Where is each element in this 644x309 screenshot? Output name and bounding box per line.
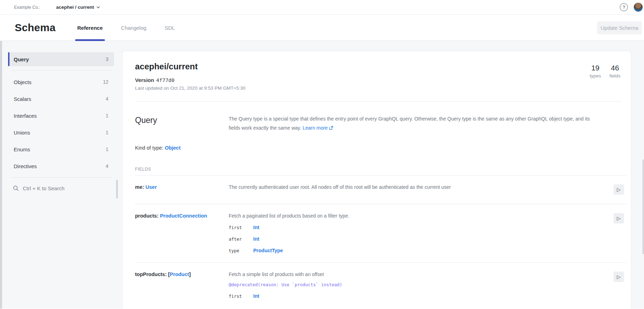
type-name: Query <box>135 116 229 132</box>
sidebar-item-label: Unions <box>14 130 30 136</box>
field-name-text: topProducts: <box>135 272 168 277</box>
sidebar-item-query[interactable]: Query 3 <box>9 52 114 66</box>
arg-row: after Int <box>229 236 611 242</box>
org-label: Example Co.: <box>14 5 40 10</box>
field-description: Fetch a paginated list of products based… <box>229 213 611 219</box>
field-description: The currently authenticated user root. A… <box>229 184 611 195</box>
field-name: products: ProductConnection <box>135 213 229 253</box>
search-placeholder: Ctrl + K to Search <box>23 185 65 191</box>
external-link-icon <box>329 126 333 130</box>
field-type-link[interactable]: User <box>146 184 157 190</box>
sidebar-divider <box>12 177 111 178</box>
last-updated: Last updated on Oct 21, 2020 at 9:53 PM … <box>135 85 621 91</box>
field-type-link[interactable]: ProductConnection <box>160 213 207 219</box>
field-row-top-products: topProducts: [Product] Fetch a simple li… <box>135 263 627 309</box>
field-description: Fetch a simple list of products with an … <box>229 272 611 277</box>
learn-more-link[interactable]: Learn more <box>303 125 328 131</box>
graph-summary: acephei/current Version4f77d0 Last updat… <box>122 51 631 102</box>
run-query-button[interactable]: ▷ <box>613 272 624 282</box>
kind-label: Kind of type: <box>135 145 165 151</box>
graph-title: acephei/current <box>135 62 621 71</box>
sidebar-item-scalars[interactable]: Scalars 4 <box>9 92 114 106</box>
main-scrollbar-thumb[interactable] <box>643 159 644 254</box>
stat-value: 19 <box>590 64 601 72</box>
header-tabs: Reference Changelog SDL <box>77 15 175 41</box>
arg-row: type ProductType <box>229 248 611 253</box>
sidebar-item-label: Objects <box>14 79 32 85</box>
sidebar-item-label: Enums <box>14 146 30 152</box>
stat-label: fields <box>609 73 620 78</box>
field-name: topProducts: [Product] <box>135 272 229 299</box>
type-description: The Query type is a special type that de… <box>229 114 611 132</box>
user-avatar[interactable] <box>633 2 643 12</box>
sidebar-item-count: 1 <box>106 146 108 152</box>
page-header: Schema Reference Changelog SDL Update Sc… <box>0 15 644 41</box>
schema-stats: 19 types 46 fields <box>590 64 620 78</box>
arg-name: type <box>229 248 253 253</box>
top-bar: Example Co.: acephei / current ? <box>0 0 644 15</box>
help-icon[interactable]: ? <box>620 3 628 11</box>
sidebar-scrollbar-thumb[interactable] <box>116 180 118 199</box>
arg-name: first <box>229 225 253 230</box>
sidebar-item-unions[interactable]: Unions 1 <box>9 125 114 139</box>
arg-type-link[interactable]: Int <box>253 293 259 299</box>
sidebar-item-count: 1 <box>106 130 108 135</box>
field-row-products: products: ProductConnection Fetch a pagi… <box>135 204 627 263</box>
type-section-query: Query The Query type is a special type t… <box>122 102 631 309</box>
sidebar-item-directives[interactable]: Directives 4 <box>9 159 114 173</box>
sidebar-item-count: 4 <box>106 96 108 102</box>
stat-types: 19 types <box>590 64 601 78</box>
search-input[interactable]: Ctrl + K to Search <box>9 182 114 191</box>
run-query-button[interactable]: ▷ <box>613 184 624 195</box>
sidebar-item-count: 4 <box>106 163 108 169</box>
run-query-button[interactable]: ▷ <box>613 213 624 224</box>
chevron-down-icon <box>96 6 100 9</box>
arg-type-link[interactable]: ProductType <box>253 248 283 253</box>
field-args: first Int after Int type ProductType <box>229 225 611 253</box>
tab-changelog[interactable]: Changelog <box>121 15 147 41</box>
arg-type-link[interactable]: Int <box>253 225 259 230</box>
sidebar-item-count: 1 <box>106 113 108 118</box>
field-args: first Int <box>229 293 611 299</box>
schema-nav-sidebar: Query 3 Objects 12 Scalars 4 Interfaces … <box>9 52 114 191</box>
sidebar-item-count: 12 <box>103 79 108 85</box>
divider <box>135 101 621 102</box>
stat-value: 46 <box>609 64 620 72</box>
arg-name: after <box>229 236 253 242</box>
sidebar-item-label: Directives <box>14 163 37 169</box>
deprecated-annotation: @deprecated(reason: Use `products` inste… <box>229 282 611 287</box>
sidebar-item-count: 3 <box>106 56 108 62</box>
sidebar-item-enums[interactable]: Enums 1 <box>9 142 114 156</box>
arg-row: first Int <box>229 225 611 230</box>
version-value: 4f77d0 <box>156 77 174 83</box>
kind-of-type: Kind of type: Object <box>135 145 627 151</box>
sidebar-item-objects[interactable]: Objects 12 <box>9 75 114 89</box>
sidebar-item-label: Query <box>14 56 29 62</box>
schema-reference-card: acephei/current Version4f77d0 Last updat… <box>122 51 631 309</box>
sidebar-item-interfaces[interactable]: Interfaces 1 <box>9 109 114 123</box>
arg-type-link[interactable]: Int <box>253 236 259 242</box>
update-schema-button[interactable]: Update Schema <box>597 21 642 34</box>
sidebar-item-label: Interfaces <box>14 113 37 119</box>
sidebar-divider <box>12 70 111 71</box>
arg-name: first <box>229 294 253 299</box>
page-title: Schema <box>15 22 55 34</box>
fields-section-label: FIELDS <box>135 167 627 172</box>
arg-row: first Int <box>229 293 611 299</box>
kind-value-link[interactable]: Object <box>165 145 181 151</box>
stat-label: types <box>590 73 601 78</box>
version-label: Version <box>135 77 154 83</box>
graph-selector-label: acephei / current <box>56 5 94 10</box>
graph-selector-dropdown[interactable]: acephei / current <box>56 5 100 10</box>
content-area: Query 3 Objects 12 Scalars 4 Interfaces … <box>0 41 644 309</box>
search-icon <box>13 185 19 191</box>
field-type-link[interactable]: Product <box>170 272 189 277</box>
tab-reference[interactable]: Reference <box>77 15 103 41</box>
field-name-text: products: <box>135 213 160 219</box>
version-line: Version4f77d0 <box>135 77 621 83</box>
sidebar-item-label: Scalars <box>14 96 31 102</box>
left-scrollbar[interactable] <box>0 41 2 309</box>
field-name-text: me: <box>135 184 146 190</box>
stat-fields: 46 fields <box>609 64 620 78</box>
tab-sdl[interactable]: SDL <box>165 15 175 41</box>
